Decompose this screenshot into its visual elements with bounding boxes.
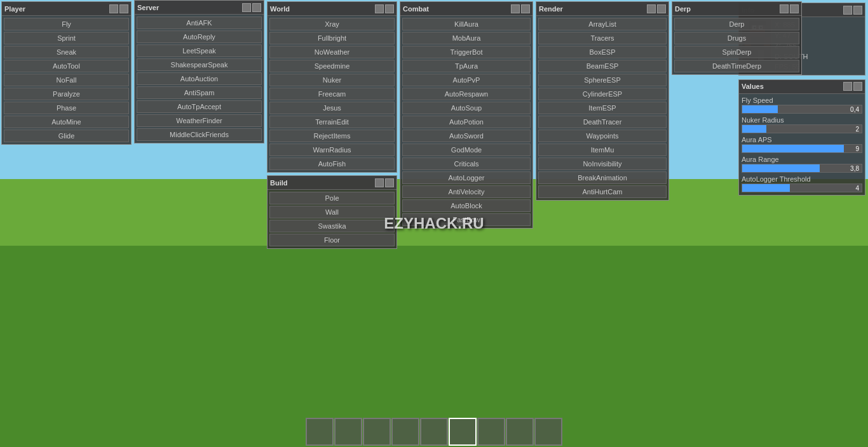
btn-world-nuker[interactable]: Nuker	[269, 74, 395, 86]
btn-derp-spinderp[interactable]: SpinDerp	[674, 46, 799, 58]
btn-combat-fastbow[interactable]: FastBow	[402, 213, 531, 226]
btn-combat-autopotion[interactable]: AutoPotion	[402, 116, 531, 128]
btn-world-rejectitems[interactable]: RejectItems	[269, 130, 395, 142]
btn-build-swastika[interactable]: Swastika	[269, 220, 395, 232]
combat-panel: Combat KillAuraMobAuraTriggerBotTpAuraAu…	[400, 1, 533, 229]
btn-render-noinvisibility[interactable]: NoInvisibility	[538, 157, 667, 170]
combat-close-btn[interactable]	[521, 4, 530, 13]
btn-world-terrainedit[interactable]: TerrainEdit	[269, 116, 395, 128]
btn-render-tracers[interactable]: Tracers	[538, 32, 667, 44]
btn-player-automine[interactable]: AutoMine	[4, 116, 129, 128]
server-close-btn[interactable]	[252, 3, 261, 12]
btn-server-middleclickfriends[interactable]: MiddleClickFriends	[137, 128, 262, 141]
world-panel-btns	[375, 4, 394, 13]
btn-combat-autosword[interactable]: AutoSword	[402, 130, 531, 142]
derp-close-btn[interactable]	[790, 4, 799, 13]
btn-derp-drugs[interactable]: Drugs	[674, 32, 799, 44]
btn-render-sphereesp[interactable]: SphereESP	[538, 74, 667, 86]
build-panel: Build PoleWallSwastikaFloor	[267, 175, 397, 249]
world-close-btn[interactable]	[385, 4, 394, 13]
btn-build-pole[interactable]: Pole	[269, 192, 395, 204]
render-panel-title: Render	[539, 5, 563, 13]
btn-render-beamesp[interactable]: BeamESP	[538, 60, 667, 72]
btn-derp-deathtimederp[interactable]: DeathTimeDerp	[674, 60, 799, 72]
btn-build-wall[interactable]: Wall	[269, 206, 395, 218]
btn-render-arraylist[interactable]: ArrayList	[538, 18, 667, 30]
btn-render-waypoints[interactable]: Waypoints	[538, 130, 667, 142]
derp-panel-btns	[780, 4, 799, 13]
slider-value-2: 9	[855, 145, 859, 154]
btn-render-antihurtcam[interactable]: AntiHurtCam	[538, 185, 667, 198]
build-close-btn[interactable]	[385, 178, 394, 187]
server-panel-header: Server	[135, 1, 264, 15]
btn-server-antiafk[interactable]: AntiAFK	[137, 17, 262, 29]
btn-player-sneak[interactable]: Sneak	[4, 46, 129, 58]
btn-combat-triggerbot[interactable]: TriggerBot	[402, 46, 531, 58]
btn-render-itemesp[interactable]: ItemESP	[538, 102, 667, 114]
btn-player-phase[interactable]: Phase	[4, 102, 129, 114]
server-panel: Server AntiAFKAutoReplyLeetSpeakShakespe…	[134, 0, 264, 143]
btn-render-deathtracer[interactable]: DeathTracer	[538, 116, 667, 128]
btn-combat-mobaura[interactable]: MobAura	[402, 32, 531, 44]
btn-player-autotool[interactable]: AutoTool	[4, 60, 129, 72]
combat-minimize-btn[interactable]	[511, 4, 520, 13]
btn-server-autoreply[interactable]: AutoReply	[137, 30, 262, 43]
btn-combat-killaura[interactable]: KillAura	[402, 18, 531, 30]
btn-server-antispam[interactable]: AntiSpam	[137, 86, 262, 99]
btn-combat-tpaura[interactable]: TpAura	[402, 60, 531, 72]
world-panel-title: World	[270, 5, 290, 13]
world-panel-body: XrayFullbrightNoWeatherSpeedmineNukerFre…	[268, 16, 397, 172]
ui-overlay: Player FlySprintSneakAutoToolNoFallParal…	[0, 0, 868, 447]
server-panel-body: AntiAFKAutoReplyLeetSpeakShakespearSpeak…	[135, 15, 264, 143]
btn-server-autotpaccept[interactable]: AutoTpAccept	[137, 100, 262, 113]
slider-value-4: 4	[855, 184, 859, 193]
btn-render-cylinderesp[interactable]: CylinderESP	[538, 88, 667, 100]
build-panel-btns	[375, 178, 394, 187]
btn-world-jesus[interactable]: Jesus	[269, 102, 395, 114]
derp-minimize-btn[interactable]	[780, 4, 789, 13]
btn-build-floor[interactable]: Floor	[269, 234, 395, 246]
world-minimize-btn[interactable]	[375, 4, 384, 13]
btn-world-xray[interactable]: Xray	[269, 18, 395, 30]
btn-server-weatherfinder[interactable]: WeatherFinder	[137, 114, 262, 127]
player-panel-btns	[109, 4, 128, 13]
server-minimize-btn[interactable]	[242, 3, 251, 12]
btn-server-leetspeak[interactable]: LeetSpeak	[137, 44, 262, 57]
render-minimize-btn[interactable]	[647, 4, 656, 13]
btn-combat-antivelocity[interactable]: AntiVelocity	[402, 185, 531, 198]
btn-world-freecam[interactable]: Freecam	[269, 88, 395, 100]
player-panel: Player FlySprintSneakAutoToolNoFallParal…	[1, 1, 132, 145]
btn-server-autoauction[interactable]: AutoAuction	[137, 72, 262, 85]
btn-combat-criticals[interactable]: Criticals	[402, 157, 531, 170]
btn-world-speedmine[interactable]: Speedmine	[269, 60, 395, 72]
btn-player-glide[interactable]: Glide	[4, 130, 129, 142]
build-minimize-btn[interactable]	[375, 178, 384, 187]
btn-world-noweather[interactable]: NoWeather	[269, 46, 395, 58]
player-close-btn[interactable]	[119, 4, 128, 13]
build-panel-body: PoleWallSwastikaFloor	[268, 190, 397, 248]
btn-render-itemmu[interactable]: ItemMu	[538, 143, 667, 156]
combat-panel-btns	[511, 4, 530, 13]
btn-world-autofish[interactable]: AutoFish	[269, 157, 395, 170]
btn-combat-godmode[interactable]: GodMode	[402, 143, 531, 156]
derp-panel: Derp DerpDrugsSpinDerpDeathTimeDerp	[672, 1, 802, 75]
btn-world-fullbright[interactable]: Fullbright	[269, 32, 395, 44]
btn-render-breakanimation[interactable]: BreakAnimation	[538, 171, 667, 184]
btn-combat-autorespawn[interactable]: AutoRespawn	[402, 88, 531, 100]
btn-player-nofall[interactable]: NoFall	[4, 74, 129, 86]
render-close-btn[interactable]	[657, 4, 666, 13]
btn-render-boxesp[interactable]: BoxESP	[538, 46, 667, 58]
btn-combat-autologger[interactable]: AutoLogger	[402, 171, 531, 184]
btn-player-paralyze[interactable]: Paralyze	[4, 88, 129, 100]
btn-player-sprint[interactable]: Sprint	[4, 32, 129, 44]
btn-server-shakespearspeak[interactable]: ShakespearSpeak	[137, 58, 262, 71]
player-minimize-btn[interactable]	[109, 4, 118, 13]
btn-player-fly[interactable]: Fly	[4, 18, 129, 30]
server-panel-btns	[242, 3, 261, 12]
btn-world-warnradius[interactable]: WarnRadius	[269, 143, 395, 156]
btn-combat-autopvp[interactable]: AutoPvP	[402, 74, 531, 86]
btn-derp-derp[interactable]: Derp	[674, 18, 799, 30]
btn-combat-autosoup[interactable]: AutoSoup	[402, 102, 531, 114]
btn-combat-autoblock[interactable]: AutoBlock	[402, 199, 531, 212]
render-panel-btns	[647, 4, 666, 13]
